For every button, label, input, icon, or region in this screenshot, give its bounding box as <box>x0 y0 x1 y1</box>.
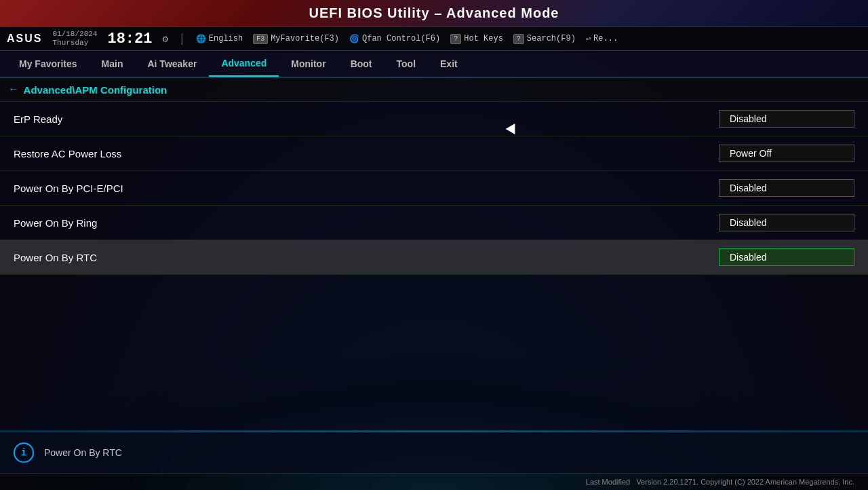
setting-restore-ac[interactable]: Restore AC Power Loss Power Off <box>0 136 868 171</box>
language-button[interactable]: 🌐 English <box>196 34 243 44</box>
help-text: Power On By RTC <box>44 447 122 458</box>
favorites-icon: F3 <box>253 34 268 44</box>
last-modified-label: Last Modified <box>586 478 630 486</box>
search-icon: ? <box>513 34 524 44</box>
nav-my-favorites[interactable]: My Favorites <box>7 52 90 76</box>
reset-button[interactable]: ↩ Re... <box>586 34 618 44</box>
page-title: UEFI BIOS Utility – Advanced Mode <box>14 5 854 21</box>
qfan-button[interactable]: 🌀 Qfan Control(F6) <box>349 34 440 44</box>
myfavorite-label: MyFavorite(F3) <box>271 34 339 43</box>
power-on-rtc-value[interactable]: Disabled <box>719 248 854 266</box>
footer-text: Last Modified Version 2.20.1271. Copyrig… <box>586 478 854 486</box>
globe-icon: 🌐 <box>196 34 206 44</box>
nav-monitor[interactable]: Monitor <box>279 52 338 76</box>
day-display: Thursday <box>52 39 97 48</box>
restore-ac-label: Restore AC Power Loss <box>14 148 719 159</box>
setting-erp-ready[interactable]: ErP Ready Disabled <box>0 102 868 136</box>
setting-power-on-pci[interactable]: Power On By PCI-E/PCI Disabled <box>0 171 868 206</box>
setting-power-on-rtc[interactable]: Power On By RTC Disabled <box>0 240 868 275</box>
power-on-ring-label: Power On By Ring <box>14 217 719 229</box>
info-bar: ASUS 01/18/2024 Thursday 18:21 ⚙ | 🌐 Eng… <box>0 27 868 51</box>
erp-ready-label: ErP Ready <box>14 113 719 125</box>
breadcrumb-bar: ← Advanced\APM Configuration <box>0 78 868 102</box>
breadcrumb: Advanced\APM Configuration <box>24 84 167 96</box>
footer: Last Modified Version 2.20.1271. Copyrig… <box>0 473 868 490</box>
nav-ai-tweaker[interactable]: Ai Tweaker <box>135 52 209 76</box>
back-button[interactable]: ← <box>10 83 17 96</box>
search-label: Search(F9) <box>527 34 576 43</box>
hotkeys-button[interactable]: ? Hot Keys <box>450 34 503 44</box>
nav-main[interactable]: Main <box>90 52 136 76</box>
divider: | <box>178 32 186 45</box>
power-on-pci-label: Power On By PCI-E/PCI <box>14 183 719 194</box>
settings-icon[interactable]: ⚙ <box>162 33 167 45</box>
restore-ac-value[interactable]: Power Off <box>719 145 854 162</box>
main-navigation: My Favorites Main Ai Tweaker Advanced Mo… <box>0 51 868 78</box>
nav-advanced[interactable]: Advanced <box>209 51 279 77</box>
myfavorite-button[interactable]: F3 MyFavorite(F3) <box>253 34 339 44</box>
time-display: 18:21 <box>107 31 152 48</box>
settings-list: ErP Ready Disabled Restore AC Power Loss… <box>0 102 868 430</box>
reset-icon: ↩ <box>586 34 591 44</box>
reset-label: Re... <box>593 34 618 43</box>
nav-exit[interactable]: Exit <box>428 52 470 76</box>
nav-boot[interactable]: Boot <box>338 52 384 76</box>
power-on-pci-value[interactable]: Disabled <box>719 179 854 197</box>
qfan-icon: 🌀 <box>349 34 359 44</box>
title-bar: UEFI BIOS Utility – Advanced Mode <box>0 0 868 27</box>
info-icon: i <box>14 442 34 463</box>
qfan-label: Qfan Control(F6) <box>362 34 440 43</box>
main-wrapper: UEFI BIOS Utility – Advanced Mode ASUS 0… <box>0 0 868 490</box>
erp-ready-value[interactable]: Disabled <box>719 110 854 128</box>
language-label: English <box>209 34 243 43</box>
nav-tool[interactable]: Tool <box>384 52 429 76</box>
date-display: 01/18/2024 <box>52 30 97 39</box>
asus-logo: ASUS <box>7 33 42 45</box>
hotkeys-label: Hot Keys <box>464 34 503 43</box>
help-panel: i Power On By RTC <box>0 432 868 473</box>
power-on-ring-value[interactable]: Disabled <box>719 214 854 231</box>
setting-power-on-ring[interactable]: Power On By Ring Disabled <box>0 206 868 240</box>
power-on-rtc-label: Power On By RTC <box>14 252 719 263</box>
toolbar: 🌐 English F3 MyFavorite(F3) 🌀 Qfan Contr… <box>196 34 618 44</box>
hotkeys-icon: ? <box>450 34 461 44</box>
version-text: Version 2.20.1271. Copyright (C) 2022 Am… <box>636 478 854 486</box>
search-button[interactable]: ? Search(F9) <box>513 34 576 44</box>
